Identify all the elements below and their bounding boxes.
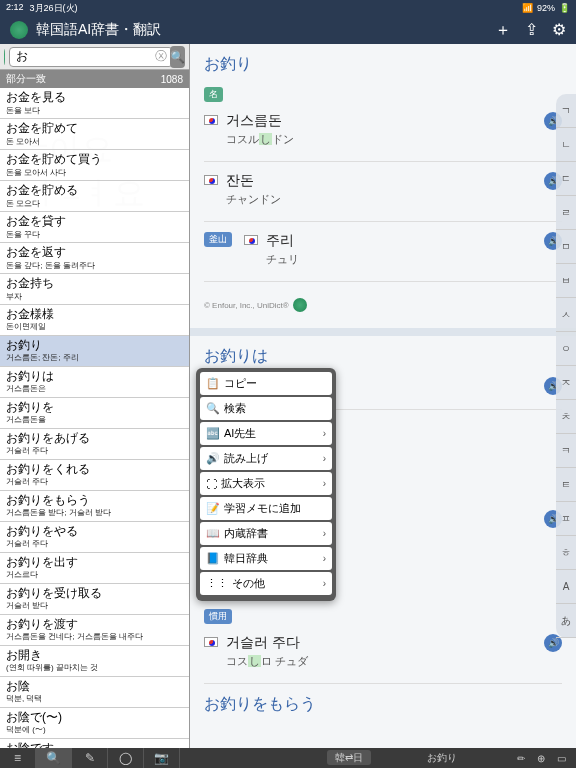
index-item[interactable]: ㅌ xyxy=(556,468,576,502)
list-item[interactable]: お陰덕분, 덕택 xyxy=(0,677,189,708)
search-input[interactable] xyxy=(9,47,173,67)
search-button[interactable]: 🔍 xyxy=(170,46,185,68)
index-item[interactable]: ㅋ xyxy=(556,434,576,468)
list-item[interactable]: お釣りをあげる거슬러 주다 xyxy=(0,429,189,460)
menu-item[interactable]: ⛶拡大表示› xyxy=(200,472,332,495)
status-time: 2:12 xyxy=(6,2,24,15)
list-item[interactable]: お釣りをやる거슬러 주다 xyxy=(0,522,189,553)
app-logo xyxy=(10,21,28,39)
menu-item[interactable]: 📋コピー xyxy=(200,372,332,395)
pencil-icon[interactable]: ✏ xyxy=(517,753,525,764)
list-item[interactable]: お金を貸す돈을 꾸다 xyxy=(0,212,189,243)
list-item[interactable]: お陰で(〜)덕분에 (〜) xyxy=(0,708,189,739)
index-item[interactable]: あ xyxy=(556,604,576,638)
menu-item[interactable]: 🔤AI先生› xyxy=(200,422,332,445)
list-item[interactable]: お釣りは거스름돈은 xyxy=(0,367,189,398)
app-title: 韓国語AI辞書・翻訳 xyxy=(36,21,161,39)
korea-flag-icon xyxy=(204,637,218,647)
list-item[interactable]: お金持ち부자 xyxy=(0,274,189,305)
context-menu: 📋コピー🔍検索🔤AI先生›🔊読み上げ›⛶拡大表示›📝学習メモに追加📖内蔵辞書›📘… xyxy=(196,368,336,601)
menu-item[interactable]: 🔍検索 xyxy=(200,397,332,420)
lang-toggle[interactable]: 韓⇄日 xyxy=(327,750,371,765)
battery-pct: 92% xyxy=(537,3,555,13)
list-item[interactable]: お金を返す돈을 갚다; 돈을 돌려주다 xyxy=(0,243,189,274)
list-item[interactable]: お陰です덕분에요; 덕분예요 xyxy=(0,739,189,748)
list-item[interactable]: お金を貯めて買う돈을 모아서 사다 xyxy=(0,150,189,181)
menu-item[interactable]: 📖内蔵辞書› xyxy=(200,522,332,545)
share-icon[interactable]: ⇪ xyxy=(525,20,538,41)
list-item[interactable]: お釣り거스름돈; 잔돈; 주리 xyxy=(0,336,189,367)
korea-flag-icon xyxy=(204,115,218,125)
korea-flag-icon xyxy=(204,175,218,185)
menu-item[interactable]: ⋮⋮その他› xyxy=(200,572,332,595)
status-date: 3月26日(火) xyxy=(30,2,78,15)
add-icon[interactable]: ＋ xyxy=(495,20,511,41)
camera-button[interactable]: 📷 xyxy=(144,748,180,768)
edit-button[interactable]: ✎ xyxy=(72,748,108,768)
index-item[interactable]: ㅅ xyxy=(556,298,576,332)
list-item[interactable]: お釣りを거스름돈을 xyxy=(0,398,189,429)
index-item[interactable]: ㄱ xyxy=(556,94,576,128)
list-item[interactable]: お金を貯めて돈 모아서 xyxy=(0,119,189,150)
list-item[interactable]: お釣りをくれる거슬러 주다 xyxy=(0,460,189,491)
list-item[interactable]: お開き(연회 따위를) 끝마치는 것 xyxy=(0,646,189,677)
menu-item[interactable]: 📝学習メモに追加 xyxy=(200,497,332,520)
list-item[interactable]: お釣りを出す거스르다 xyxy=(0,553,189,584)
index-item[interactable]: ㄷ xyxy=(556,162,576,196)
index-item[interactable]: ㄹ xyxy=(556,196,576,230)
search-logo xyxy=(4,49,5,65)
result-count: 1088 xyxy=(161,74,183,85)
list-item[interactable]: お釣りをもらう거스름돈을 받다; 거슬러 받다 xyxy=(0,491,189,522)
index-item[interactable]: ㅁ xyxy=(556,230,576,264)
gear-icon[interactable]: ⚙ xyxy=(552,20,566,41)
battery-icon: 🔋 xyxy=(559,3,570,13)
index-item[interactable]: ㅍ xyxy=(556,502,576,536)
search-tab-button[interactable]: 🔍 xyxy=(36,748,72,768)
side-index[interactable]: ㄱㄴㄷㄹㅁㅂㅅㅇㅈㅊㅋㅌㅍㅎAあ xyxy=(556,94,576,638)
search-mode[interactable]: 部分一致 xyxy=(6,72,46,86)
list-item[interactable]: お釣りを渡す거스름돈을 건네다; 거스름돈을 내주다 xyxy=(0,615,189,646)
index-item[interactable]: ㅊ xyxy=(556,400,576,434)
index-item[interactable]: ㅎ xyxy=(556,536,576,570)
copyright-logo xyxy=(293,298,307,312)
globe-icon-2[interactable]: ⊕ xyxy=(537,753,545,764)
menu-item[interactable]: 🔊読み上げ› xyxy=(200,447,332,470)
list-item[interactable]: お金を貯める돈 모으다 xyxy=(0,181,189,212)
list-item[interactable]: お釣りを受け取る거슬러 받다 xyxy=(0,584,189,615)
pos-badge: 名 xyxy=(204,87,223,102)
index-item[interactable]: ㄴ xyxy=(556,128,576,162)
entry-title: お釣り xyxy=(204,54,562,75)
tv-icon[interactable]: ▭ xyxy=(557,753,566,764)
wifi-icon: 📶 xyxy=(522,3,533,13)
index-item[interactable]: ㅇ xyxy=(556,332,576,366)
index-item[interactable]: ㅈ xyxy=(556,366,576,400)
menu-item[interactable]: 📘韓日辞典› xyxy=(200,547,332,570)
entry-title-2: お釣りは xyxy=(204,346,562,367)
word-list[interactable]: =아요ㅣ=ㅕ요 お金を見る돈을 보다お金を貯めて돈 모아서お金を貯めて買う돈을 … xyxy=(0,88,189,748)
index-item[interactable]: A xyxy=(556,570,576,604)
globe-button[interactable]: ◯ xyxy=(108,748,144,768)
index-item[interactable]: ㅂ xyxy=(556,264,576,298)
menu-button[interactable]: ≡ xyxy=(0,748,36,768)
korea-flag-icon xyxy=(244,235,258,245)
clear-icon[interactable]: ⓧ xyxy=(155,48,167,65)
list-item[interactable]: お金を見る돈을 보다 xyxy=(0,88,189,119)
list-item[interactable]: お金様様돈이면제일 xyxy=(0,305,189,336)
